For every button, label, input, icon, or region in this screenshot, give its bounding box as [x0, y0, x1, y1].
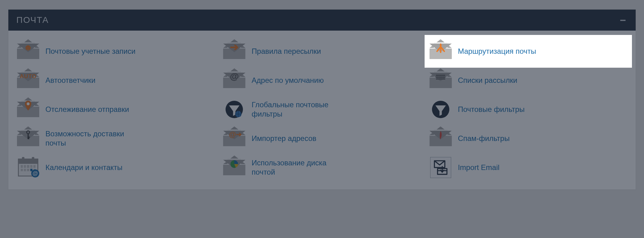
svg-rect-6	[28, 137, 30, 138]
email-disk-usage-icon	[222, 158, 247, 177]
mail-item-label: Отслеживание отправки	[45, 105, 129, 114]
mail-item-email-filters[interactable]: Почтовые фильтры	[426, 95, 630, 124]
autoresponders-icon: AUTO	[16, 70, 40, 90]
collapse-icon[interactable]: −	[619, 16, 628, 24]
mail-item-label: Адрес по умолчанию	[252, 76, 324, 85]
mail-item-track-delivery[interactable]: Отслеживание отправки	[14, 95, 218, 124]
panel-header[interactable]: ПОЧТА −	[8, 10, 636, 31]
mail-item-calendars-contacts[interactable]: @ Календари и контакты	[14, 153, 218, 182]
svg-point-0	[27, 102, 29, 105]
mail-item-default-address[interactable]: @ Адрес по умолчанию	[220, 66, 424, 95]
email-filters-icon	[428, 100, 453, 119]
mail-item-label: Календари и контакты	[45, 163, 122, 172]
mail-item-mailing-lists[interactable]: ▬▬▬▬▬▬▬▬▬ Списки рассылки	[426, 66, 630, 95]
email-accounts-icon: ☻	[16, 41, 40, 61]
mail-item-label: Списки рассылки	[458, 76, 517, 85]
mail-item-forwarders[interactable]: ➔ Правила пересылки	[220, 37, 424, 66]
mail-item-label: Импортер адресов	[252, 134, 316, 143]
svg-rect-5	[28, 134, 28, 139]
mail-item-import-email[interactable]: Import Email	[426, 153, 630, 182]
calendars-contacts-icon: @	[16, 158, 40, 177]
spam-filters-icon	[428, 129, 453, 148]
global-filters-icon	[222, 100, 247, 119]
panel-title: ПОЧТА	[16, 15, 49, 25]
mail-item-label: Использование диска почтой	[252, 158, 350, 177]
mail-item-email-routing[interactable]: Маршрутизация почты	[426, 37, 630, 66]
mail-item-label: Глобальные почтовые фильтры	[252, 100, 350, 119]
mail-item-label: Маршрутизация почты	[458, 47, 536, 56]
panel-body: ☻ Почтовые учетные записи ➔ Правила пере…	[8, 31, 636, 189]
mail-item-label: Почтовые учетные записи	[45, 47, 135, 56]
deliverability-icon	[16, 129, 40, 148]
forwarders-icon: ➔	[222, 41, 247, 61]
mail-item-address-importer[interactable]: @➔ Импортер адресов	[220, 124, 424, 153]
mail-item-autoresponders[interactable]: AUTO Автоответчики	[14, 66, 218, 95]
svg-point-4	[27, 131, 30, 134]
default-address-icon: @	[222, 70, 247, 90]
track-delivery-icon	[16, 100, 40, 119]
mail-item-label: Спам-фильтры	[458, 134, 510, 143]
mail-item-label: Правила пересылки	[252, 47, 321, 56]
mail-item-spam-filters[interactable]: Спам-фильтры	[426, 124, 630, 153]
mail-item-deliverability[interactable]: Возможность доставки почты	[14, 124, 218, 153]
import-email-icon	[428, 158, 453, 177]
mail-panel: ПОЧТА − ☻ Почтовые учетные записи ➔ Прав…	[8, 9, 636, 190]
mail-item-email-disk-usage[interactable]: Использование диска почтой	[220, 153, 424, 182]
mail-item-label: Import Email	[458, 163, 500, 172]
address-importer-icon: @➔	[222, 129, 247, 148]
mail-item-label: Почтовые фильтры	[458, 105, 525, 114]
mail-item-label: Возможность доставки почты	[45, 129, 144, 148]
mailing-lists-icon: ▬▬▬▬▬▬▬▬▬	[428, 70, 453, 90]
svg-rect-7	[28, 138, 29, 139]
email-routing-icon	[428, 41, 453, 61]
mail-item-email-accounts[interactable]: ☻ Почтовые учетные записи	[14, 37, 218, 66]
mail-item-global-filters[interactable]: Глобальные почтовые фильтры	[220, 95, 424, 124]
mail-item-label: Автоответчики	[45, 76, 95, 85]
